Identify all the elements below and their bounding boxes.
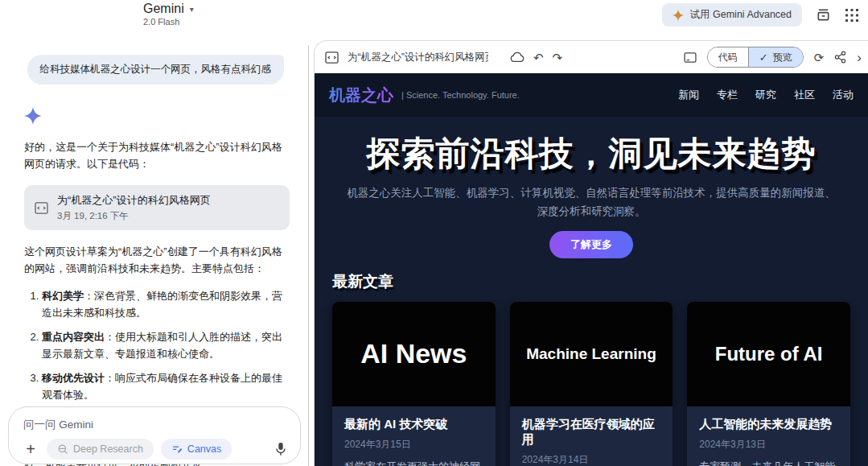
response-intro: 好的，这是一个关于为科技媒体“机器之心”设计科幻风格网页的请求。以下是代码： xyxy=(24,138,290,172)
code-tab[interactable]: 代码 xyxy=(708,47,748,67)
response-body: 这个网页设计草案为“机器之心”创建了一个具有科幻风格的网站，强调前沿科技和未来趋… xyxy=(24,243,290,277)
article-date: 2024年3月15日 xyxy=(344,438,483,452)
learn-more-button[interactable]: 了解更多 xyxy=(549,231,633,258)
preview-tab[interactable]: ✓ 预览 xyxy=(748,47,803,67)
article-card[interactable]: Future of AI 人工智能的未来发展趋势 2024年3月13日 专家预测… xyxy=(687,302,850,466)
hero-subtitle: 机器之心关注人工智能、机器学习、计算机视觉、自然语言处理等前沿技术，提供高质量的… xyxy=(342,184,841,221)
chevron-right-icon[interactable]: › xyxy=(857,51,862,64)
article-date: 2024年3月13日 xyxy=(699,438,838,452)
nav-link-research[interactable]: 研究 xyxy=(755,88,776,102)
list-item: 移动优先设计：响应式布局确保在各种设备上的最佳观看体验。 xyxy=(42,369,290,403)
article-title: 最新的 AI 技术突破 xyxy=(344,417,483,432)
code-file-icon xyxy=(325,52,339,64)
article-card[interactable]: AI News 最新的 AI 技术突破 2024年3月15日 科学家在开发更强大… xyxy=(332,302,496,466)
site-preview: 机器之心 | Science. Technology. Future. 新闻 专… xyxy=(315,73,868,466)
chat-input-container: + Deep Research Canvas xyxy=(8,406,301,464)
gemini-advanced-button[interactable]: 试用 Gemini Advanced xyxy=(662,3,802,27)
site-nav: 新闻 专栏 研究 社区 活动 xyxy=(678,88,854,102)
article-excerpt: 科学家在开发更强大的神经网络方面取得了重大进展，这将为未来的 AI 应 xyxy=(344,459,483,466)
latest-articles-section: 最新文章 AI News 最新的 AI 技术突破 2024年3月15日 科学家在… xyxy=(315,271,868,466)
hero-section: 探索前沿科技，洞见未来趋势 机器之心关注人工智能、机器学习、计算机视觉、自然语言… xyxy=(315,117,868,258)
model-name: Gemini xyxy=(143,2,184,16)
article-title: 机器学习在医疗领域的应用 xyxy=(522,417,661,447)
chat-input[interactable] xyxy=(22,418,287,431)
nav-link-community[interactable]: 社区 xyxy=(794,88,815,102)
site-logo[interactable]: 机器之心 xyxy=(329,85,393,106)
refresh-icon[interactable]: ⟳ xyxy=(814,52,825,64)
article-card[interactable]: Machine Learning 机器学习在医疗领域的应用 2024年3月14日… xyxy=(510,302,673,466)
article-image: Future of AI xyxy=(687,302,850,406)
check-icon: ✓ xyxy=(759,52,768,64)
cloud-save-icon[interactable] xyxy=(510,52,525,63)
site-tagline: | Science. Technology. Future. xyxy=(401,90,520,100)
nav-link-columns[interactable]: 专栏 xyxy=(717,88,738,102)
nav-link-events[interactable]: 活动 xyxy=(833,88,854,102)
canvas-pen-icon xyxy=(171,443,183,455)
microphone-icon[interactable] xyxy=(274,442,287,456)
article-image: AI News xyxy=(332,302,496,406)
chevron-down-icon: ▾ xyxy=(190,5,194,14)
share-icon[interactable] xyxy=(834,51,846,64)
section-title: 最新文章 xyxy=(332,271,850,292)
model-version: 2.0 Flash xyxy=(143,17,194,27)
site-header: 机器之心 | Science. Technology. Future. 新闻 专… xyxy=(315,73,868,117)
document-timestamp: 3月 19, 2:16 下午 xyxy=(57,210,211,222)
header-actions: 试用 Gemini Advanced xyxy=(662,3,860,27)
redo-icon[interactable]: ↷ xyxy=(553,52,563,64)
nav-link-news[interactable]: 新闻 xyxy=(678,88,699,102)
apps-grid-icon[interactable] xyxy=(844,7,860,23)
gemini-sparkle-icon xyxy=(24,107,290,128)
list-item: 重点内容突出：使用大标题和引人入胜的描述，突出显示最新文章、专题报道和核心使命。 xyxy=(42,328,290,362)
sparkle-icon xyxy=(673,10,684,21)
canvas-panel: 为“机器之心”设计的科幻风格网页 ↶ ↷ 代码 ✓ 预览 xyxy=(314,40,868,466)
chat-scrollbar[interactable] xyxy=(308,45,309,466)
code-preview-toggle: 代码 ✓ 预览 xyxy=(707,47,804,68)
search-globe-icon xyxy=(57,443,68,455)
user-message-bubble: 给科技媒体机器之心设计一个网页，风格有点科幻感 xyxy=(27,55,285,85)
chat-panel: 给科技媒体机器之心设计一个网页，风格有点科幻感 好的，这是一个关于为科技媒体“机… xyxy=(0,32,314,466)
article-excerpt: 专家预测，未来几年人工智能将继续快速发展，并在各个行业产生深远的 xyxy=(699,459,838,466)
canvas-doc-title: 为“机器之心”设计的科幻风格网页 xyxy=(348,51,488,64)
canvas-document-card[interactable]: 为“机器之心”设计的科幻风格网页 3月 19, 2:16 下午 xyxy=(24,185,290,230)
printer-icon[interactable] xyxy=(815,7,831,23)
canvas-chip[interactable]: Canvas xyxy=(161,439,232,460)
model-switcher[interactable]: Gemini ▾ 2.0 Flash xyxy=(143,2,194,27)
hero-title: 探索前沿科技，洞见未来趋势 xyxy=(315,131,868,176)
code-file-icon xyxy=(35,202,48,214)
code-window-icon[interactable] xyxy=(684,52,697,63)
document-title: 为“机器之心”设计的科幻风格网页 xyxy=(57,193,211,208)
undo-icon[interactable]: ↶ xyxy=(533,52,544,64)
add-attachment-button[interactable]: + xyxy=(22,441,39,457)
deep-research-chip[interactable]: Deep Research xyxy=(47,439,154,460)
article-title: 人工智能的未来发展趋势 xyxy=(699,417,838,432)
list-item: 科幻美学：深色背景、鲜艳的渐变色和阴影效果，营造出未来感和科技感。 xyxy=(42,287,290,321)
canvas-toolbar: 为“机器之心”设计的科幻风格网页 ↶ ↷ 代码 ✓ 预览 xyxy=(315,41,868,73)
article-image: Machine Learning xyxy=(510,302,673,406)
article-date: 2024年3月14日 xyxy=(522,453,661,466)
